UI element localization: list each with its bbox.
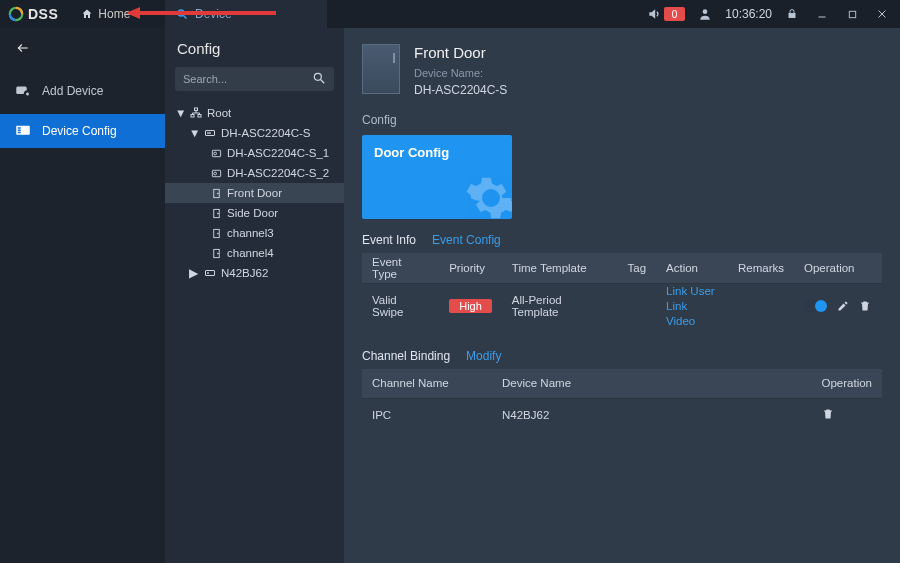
th-channel-name: Channel Name [362, 369, 492, 399]
door-icon [209, 226, 223, 240]
device-tree: ▼ Root ▼ DH-ASC2204C-S DH-ASC2204C-S_1 D… [165, 99, 344, 283]
device-thumbnail [362, 44, 400, 94]
gear-icon [464, 171, 512, 219]
delete-icon[interactable] [821, 407, 835, 421]
modify-link[interactable]: Modify [466, 349, 501, 363]
sidebar-item-device-config[interactable]: Device Config [0, 114, 165, 148]
door-icon [209, 186, 223, 200]
channel-binding-label: Channel Binding [362, 349, 450, 363]
tree-node-channel3[interactable]: channel3 [165, 223, 344, 243]
event-config-link[interactable]: Event Config [432, 233, 501, 247]
cell-device-name: N42BJ62 [492, 399, 811, 431]
door-config-card[interactable]: Door Config [362, 135, 512, 219]
section-config-label: Config [344, 101, 900, 135]
svg-rect-8 [849, 11, 855, 17]
tree-node-label: DH-ASC2204C-S_1 [227, 147, 329, 159]
svg-rect-19 [18, 132, 21, 134]
svg-marker-1 [126, 7, 140, 19]
door-icon [209, 206, 223, 220]
lock-icon[interactable] [782, 4, 802, 24]
svg-rect-18 [18, 130, 21, 132]
event-section-header: Event Info Event Config [344, 227, 900, 253]
svg-point-33 [213, 152, 216, 155]
main-panel: Front Door Device Name: DH-ASC2204C-S Co… [344, 28, 900, 563]
tree-node-label: Front Door [227, 187, 282, 199]
tree-node-front-door[interactable]: Front Door [165, 183, 344, 203]
tree-node-channel[interactable]: DH-ASC2204C-S_1 [165, 143, 344, 163]
svg-point-45 [208, 273, 209, 274]
tree-node-channel[interactable]: DH-ASC2204C-S_2 [165, 163, 344, 183]
action-link-video[interactable]: Link Video [666, 299, 718, 329]
svg-point-39 [217, 213, 218, 214]
search-input[interactable] [175, 67, 334, 91]
channel-table: Channel Name Device Name Operation IPC N… [362, 369, 882, 431]
svg-point-30 [208, 133, 209, 134]
event-row: Valid Swipe High All-Period Template Lin… [362, 283, 882, 329]
caret-down-icon: ▼ [175, 107, 185, 119]
channel-binding-header: Channel Binding Modify [344, 343, 900, 369]
cell-channel-name: IPC [362, 399, 492, 431]
system-icons: 0 10:36:20 [644, 4, 892, 24]
meta-label: Device Name: [414, 67, 507, 79]
th-priority: Priority [439, 253, 502, 283]
svg-point-31 [210, 133, 211, 134]
channel-icon [209, 166, 223, 180]
brand: DSS [8, 6, 58, 22]
edit-icon[interactable] [836, 299, 850, 313]
device-title: Front Door [414, 44, 507, 61]
door-icon [209, 246, 223, 260]
svg-point-41 [217, 233, 218, 234]
event-info-label: Event Info [362, 233, 416, 247]
svg-rect-22 [195, 108, 198, 111]
cell-remarks [728, 283, 794, 329]
close-button[interactable] [872, 4, 892, 24]
home-icon [80, 7, 94, 21]
speaker-icon[interactable] [644, 4, 664, 24]
svg-rect-44 [206, 271, 215, 276]
tree-node-label: channel3 [227, 227, 274, 239]
tree-node-root[interactable]: ▼ Root [165, 103, 344, 123]
tree-node-label: channel4 [227, 247, 274, 259]
tree-node-device1[interactable]: ▼ DH-ASC2204C-S [165, 123, 344, 143]
door-config-title: Door Config [374, 145, 500, 160]
maximize-button[interactable] [842, 4, 862, 24]
action-link-user[interactable]: Link User [666, 284, 718, 299]
caret-right-icon: ▶ [189, 266, 199, 280]
minimize-button[interactable] [812, 4, 832, 24]
tree-node-device2[interactable]: ▶ N42BJ62 [165, 263, 344, 283]
svg-point-43 [217, 253, 218, 254]
th-action: Action [656, 253, 728, 283]
tree-panel: Config ▼ Root ▼ DH-ASC2204C-S [165, 28, 344, 563]
event-table: Event Type Priority Time Template Tag Ac… [362, 253, 882, 329]
home-button[interactable]: Home [80, 7, 130, 21]
svg-point-37 [217, 193, 218, 194]
tree-node-side-door[interactable]: Side Door [165, 203, 344, 223]
back-button[interactable] [0, 28, 165, 68]
sidebar: Add Device Device Config [0, 28, 165, 563]
svg-point-35 [213, 172, 216, 175]
tree-node-label: DH-ASC2204C-S [221, 127, 310, 139]
sidebar-item-add-device[interactable]: Add Device [0, 74, 165, 108]
svg-rect-17 [18, 127, 21, 129]
cell-tag [617, 283, 656, 329]
search-icon[interactable] [312, 71, 328, 87]
user-icon[interactable] [695, 4, 715, 24]
row-toggle[interactable] [804, 300, 828, 312]
th-time-template: Time Template [502, 253, 618, 283]
add-device-icon [14, 82, 32, 100]
tree-node-channel4[interactable]: channel4 [165, 243, 344, 263]
tree-node-label: DH-ASC2204C-S_2 [227, 167, 329, 179]
th-remarks: Remarks [728, 253, 794, 283]
clock-text: 10:36:20 [725, 7, 772, 21]
svg-rect-23 [191, 115, 194, 118]
alert-badge[interactable]: 0 [664, 7, 686, 21]
svg-rect-6 [789, 13, 796, 18]
svg-line-21 [321, 80, 325, 84]
tree-search [175, 67, 334, 91]
annotation-arrow [126, 6, 286, 20]
sidebar-item-label: Device Config [42, 124, 117, 138]
th-device-name: Device Name [492, 369, 811, 399]
sidebar-item-label: Add Device [42, 84, 103, 98]
tree-node-label: Root [207, 107, 231, 119]
delete-icon[interactable] [858, 299, 872, 313]
